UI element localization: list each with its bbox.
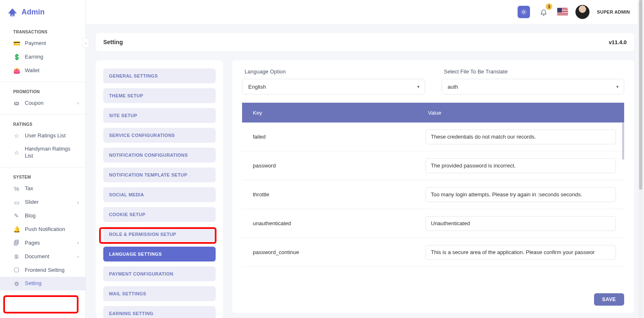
translation-value-input[interactable] — [425, 187, 616, 202]
settings-tab-mail-settings[interactable]: MAIL SETTINGS — [103, 286, 216, 301]
sidebar-item-pages[interactable]: 🗐Pages› — [0, 236, 86, 250]
settings-tab-notification-configurations[interactable]: NOTIFICATION CONFIGURATIONS — [103, 148, 216, 163]
settings-tab-language-settings[interactable]: LANGUAGE SETTINGS — [103, 247, 216, 261]
sidebar-heading-transactions: TRANSACTIONS — [0, 24, 86, 37]
sidebar-item-push-notification[interactable]: 🔔Push Notification — [0, 223, 86, 236]
blog-icon: ✎ — [13, 212, 20, 219]
pages-icon: 🗐 — [13, 240, 20, 246]
language-option-label: Language Option — [245, 68, 425, 75]
settings-tab-earning-setting[interactable]: EARNING SETTING — [103, 306, 216, 318]
table-body: failedpasswordthrottleunauthenticatedpas… — [242, 122, 624, 287]
sidebar-item-label: Wallet — [25, 67, 79, 74]
sidebar-item-label: Frontend Setting — [25, 267, 79, 274]
sidebar-collapse-toggle[interactable]: ‹ — [83, 38, 89, 48]
header: 3 SUPER ADMIN — [86, 0, 637, 24]
chevron-right-icon: › — [77, 254, 79, 259]
sidebar-item-label: Earning — [25, 54, 79, 61]
brand[interactable]: Admin — [0, 0, 86, 24]
theme-toggle-button[interactable] — [518, 6, 530, 18]
chevron-down-icon: ▾ — [417, 84, 420, 90]
sidebar-item-label: Push Notification — [25, 226, 79, 233]
table-scrollbar[interactable] — [622, 122, 624, 160]
language-flag[interactable] — [557, 8, 568, 16]
table-row: password — [242, 151, 624, 180]
save-button[interactable]: SAVE — [594, 293, 624, 306]
sidebar-item-document[interactable]: 🗎Document› — [0, 250, 86, 264]
notifications-button[interactable]: 3 — [537, 6, 550, 18]
slider-icon: ▭ — [13, 199, 20, 206]
translation-key: password_continue — [242, 249, 425, 255]
settings-tabs-panel: GENERAL SETTINGSTHEME SETUPSITE SETUPSER… — [96, 60, 223, 318]
bell-icon — [540, 8, 547, 16]
user-role-label: SUPER ADMIN — [597, 9, 630, 14]
translation-value-input[interactable] — [425, 130, 616, 144]
language-option-value: English — [248, 84, 266, 90]
sidebar-item-label: Tax — [25, 185, 79, 192]
sidebar-item-label: Payment — [25, 40, 79, 47]
sun-icon — [520, 9, 527, 15]
settings-tab-social-media[interactable]: SOCIAL MEDIA — [103, 187, 216, 202]
content-panel: Language Option English ▾ Select File To… — [232, 60, 634, 313]
earning-icon: 💲 — [13, 54, 20, 60]
chevron-down-icon: ▾ — [616, 84, 619, 90]
avatar[interactable] — [575, 5, 589, 19]
version-label: v11.4.0 — [609, 39, 627, 45]
translate-file-label: Select File To Be Translate — [444, 68, 625, 75]
setting-icon: ⚙ — [13, 280, 20, 287]
user-ratings-icon: ☆ — [13, 132, 20, 139]
notification-badge: 3 — [546, 3, 552, 10]
sidebar-item-label: Setting — [25, 280, 79, 287]
translations-table: Key Value failedpasswordthrottleunauthen… — [242, 103, 624, 287]
translation-key: unauthenticated — [242, 220, 425, 226]
chevron-right-icon: › — [77, 100, 79, 106]
translation-value-input[interactable] — [425, 216, 616, 231]
sidebar: Admin TRANSACTIONS💳Payment💲Earning👛Walle… — [0, 0, 86, 318]
sidebar-heading-ratings: RATINGS — [0, 116, 86, 129]
sidebar-item-blog[interactable]: ✎Blog — [0, 209, 86, 223]
settings-tab-notification-template-setup[interactable]: NOTIFICATION TEMPLATE SETUP — [103, 167, 216, 182]
push-notification-icon: 🔔 — [13, 226, 20, 233]
sidebar-item-slider[interactable]: ▭Slider› — [0, 196, 86, 209]
translate-file-select[interactable]: auth ▾ — [442, 79, 625, 94]
coupon-icon: 🎟 — [13, 100, 20, 106]
sidebar-item-coupon[interactable]: 🎟Coupon› — [0, 97, 86, 110]
sidebar-item-earning[interactable]: 💲Earning — [0, 50, 86, 64]
tax-icon: % — [13, 186, 20, 192]
frontend-setting-icon: 🖵 — [13, 267, 20, 273]
brand-text: Admin — [21, 8, 45, 16]
translation-key: password — [242, 163, 425, 169]
sidebar-item-setting[interactable]: ⚙Setting — [0, 277, 86, 290]
col-key-header: Key — [242, 110, 425, 116]
chevron-right-icon: › — [77, 240, 79, 246]
translate-file-value: auth — [448, 84, 458, 90]
translation-key: failed — [242, 134, 425, 140]
sidebar-item-wallet[interactable]: 👛Wallet — [0, 64, 86, 78]
table-header: Key Value — [242, 103, 624, 122]
settings-tab-cookie-setup[interactable]: COOKIE SETUP — [103, 207, 216, 222]
sidebar-item-frontend-setting[interactable]: 🖵Frontend Setting — [0, 264, 86, 277]
sidebar-item-tax[interactable]: %Tax — [0, 182, 86, 196]
sidebar-item-label: Document — [25, 253, 72, 260]
page-scrollbar[interactable] — [638, 0, 643, 318]
filters-row: Language Option English ▾ Select File To… — [242, 68, 624, 94]
sidebar-item-user-ratings[interactable]: ☆User Ratings List — [0, 129, 86, 143]
svg-point-0 — [523, 11, 525, 13]
sidebar-item-handyman-ratings[interactable]: ☆Handyman Ratings List — [0, 142, 86, 163]
language-option-select[interactable]: English ▾ — [242, 79, 425, 94]
sidebar-item-label: User Ratings List — [25, 132, 79, 139]
settings-tab-site-setup[interactable]: SITE SETUP — [103, 108, 216, 123]
settings-tab-theme-setup[interactable]: THEME SETUP — [103, 88, 216, 103]
wallet-icon: 👛 — [13, 67, 20, 74]
translation-value-input[interactable] — [425, 158, 616, 173]
sidebar-item-payment[interactable]: 💳Payment — [0, 37, 86, 50]
handyman-ratings-icon: ☆ — [13, 149, 20, 156]
settings-tab-payment-configuration[interactable]: PAYMENT CONFIGURATION — [103, 266, 216, 281]
settings-tab-general-settings[interactable]: GENERAL SETTINGS — [103, 68, 216, 83]
sidebar-item-label: Handyman Ratings List — [25, 146, 79, 160]
sidebar-heading-promotion: PROMOTION — [0, 84, 86, 97]
settings-tab-role-permission-setup[interactable]: ROLE & PERMISSION SETUP — [103, 227, 216, 242]
translation-value-input[interactable] — [425, 245, 616, 260]
sidebar-item-label: Slider — [25, 199, 72, 206]
sidebar-item-label: Blog — [25, 212, 79, 219]
settings-tab-service-configurations[interactable]: SERVICE CONFIGURATIONS — [103, 128, 216, 143]
